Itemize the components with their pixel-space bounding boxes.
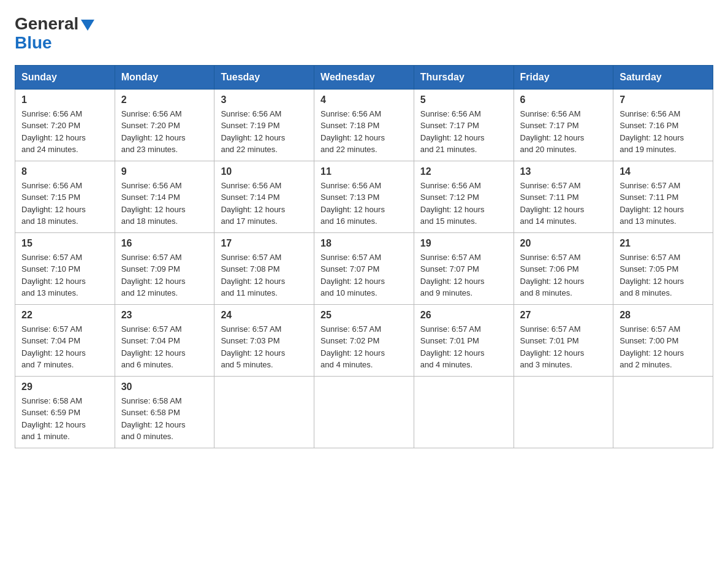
empty-cell (613, 376, 713, 448)
day-number: 25 (320, 310, 408, 321)
day-info: Sunrise: 6:56 AMSunset: 7:16 PMDaylight:… (620, 109, 684, 155)
calendar-day-24: 24 Sunrise: 6:57 AMSunset: 7:03 PMDaylig… (214, 304, 314, 376)
calendar-day-1: 1 Sunrise: 6:56 AMSunset: 7:20 PMDayligh… (15, 89, 115, 161)
day-info: Sunrise: 6:56 AMSunset: 7:20 PMDaylight:… (21, 109, 86, 155)
calendar-week-5: 29 Sunrise: 6:58 AMSunset: 6:59 PMDaylig… (15, 376, 713, 448)
day-number: 20 (520, 238, 607, 249)
day-info: Sunrise: 6:57 AMSunset: 7:07 PMDaylight:… (420, 253, 485, 298)
calendar-day-12: 12 Sunrise: 6:56 AMSunset: 7:12 PMDaylig… (414, 161, 514, 232)
day-info: Sunrise: 6:56 AMSunset: 7:12 PMDaylight:… (420, 181, 485, 226)
day-info: Sunrise: 6:57 AMSunset: 7:10 PMDaylight:… (21, 253, 86, 298)
calendar-week-4: 22 Sunrise: 6:57 AMSunset: 7:04 PMDaylig… (15, 304, 713, 376)
calendar-week-2: 8 Sunrise: 6:56 AMSunset: 7:15 PMDayligh… (15, 161, 713, 232)
day-number: 29 (21, 381, 108, 393)
day-info: Sunrise: 6:56 AMSunset: 7:20 PMDaylight:… (121, 109, 186, 155)
calendar-day-26: 26 Sunrise: 6:57 AMSunset: 7:01 PMDaylig… (414, 304, 514, 376)
calendar-day-29: 29 Sunrise: 6:58 AMSunset: 6:59 PMDaylig… (15, 376, 115, 448)
day-number: 5 (420, 94, 507, 105)
day-number: 28 (620, 310, 707, 321)
weekday-header-monday: Monday (115, 65, 214, 89)
day-number: 1 (21, 94, 108, 105)
day-info: Sunrise: 6:57 AMSunset: 7:01 PMDaylight:… (420, 324, 485, 370)
weekday-header-tuesday: Tuesday (214, 65, 314, 89)
calendar-day-11: 11 Sunrise: 6:56 AMSunset: 7:13 PMDaylig… (314, 161, 414, 232)
weekday-header-sunday: Sunday (15, 65, 115, 89)
calendar-day-10: 10 Sunrise: 6:56 AMSunset: 7:14 PMDaylig… (214, 161, 314, 232)
empty-cell (514, 376, 613, 448)
calendar-week-3: 15 Sunrise: 6:57 AMSunset: 7:10 PMDaylig… (15, 232, 713, 304)
calendar-day-14: 14 Sunrise: 6:57 AMSunset: 7:11 PMDaylig… (613, 161, 713, 232)
calendar-day-20: 20 Sunrise: 6:57 AMSunset: 7:06 PMDaylig… (514, 232, 613, 304)
calendar-day-27: 27 Sunrise: 6:57 AMSunset: 7:01 PMDaylig… (514, 304, 613, 376)
day-number: 10 (221, 166, 308, 177)
day-number: 6 (520, 94, 607, 105)
day-info: Sunrise: 6:57 AMSunset: 7:00 PMDaylight:… (620, 324, 684, 370)
calendar-day-25: 25 Sunrise: 6:57 AMSunset: 7:02 PMDaylig… (314, 304, 414, 376)
day-info: Sunrise: 6:58 AMSunset: 6:58 PMDaylight:… (121, 396, 186, 442)
day-info: Sunrise: 6:56 AMSunset: 7:13 PMDaylight:… (320, 181, 385, 226)
day-number: 9 (121, 166, 208, 177)
calendar-table: SundayMondayTuesdayWednesdayThursdayFrid… (15, 65, 713, 448)
day-number: 30 (121, 381, 208, 393)
day-info: Sunrise: 6:57 AMSunset: 7:04 PMDaylight:… (21, 324, 86, 370)
day-number: 3 (221, 94, 308, 105)
day-number: 2 (121, 94, 208, 105)
calendar-day-28: 28 Sunrise: 6:57 AMSunset: 7:00 PMDaylig… (613, 304, 713, 376)
day-info: Sunrise: 6:56 AMSunset: 7:17 PMDaylight:… (520, 109, 585, 155)
day-info: Sunrise: 6:56 AMSunset: 7:14 PMDaylight:… (221, 181, 285, 226)
day-info: Sunrise: 6:57 AMSunset: 7:07 PMDaylight:… (320, 253, 385, 298)
day-number: 27 (520, 310, 607, 321)
calendar-day-15: 15 Sunrise: 6:57 AMSunset: 7:10 PMDaylig… (15, 232, 115, 304)
day-info: Sunrise: 6:57 AMSunset: 7:06 PMDaylight:… (520, 253, 585, 298)
day-number: 15 (21, 238, 108, 249)
day-number: 17 (221, 238, 308, 249)
day-info: Sunrise: 6:56 AMSunset: 7:18 PMDaylight:… (320, 109, 385, 155)
day-number: 12 (420, 166, 507, 177)
day-number: 22 (21, 310, 108, 321)
day-number: 19 (420, 238, 507, 249)
calendar-day-3: 3 Sunrise: 6:56 AMSunset: 7:19 PMDayligh… (214, 89, 314, 161)
calendar-day-6: 6 Sunrise: 6:56 AMSunset: 7:17 PMDayligh… (514, 89, 613, 161)
day-info: Sunrise: 6:57 AMSunset: 7:03 PMDaylight:… (221, 324, 285, 370)
calendar-day-4: 4 Sunrise: 6:56 AMSunset: 7:18 PMDayligh… (314, 89, 414, 161)
weekday-header-friday: Friday (514, 65, 613, 89)
calendar-day-5: 5 Sunrise: 6:56 AMSunset: 7:17 PMDayligh… (414, 89, 514, 161)
day-number: 14 (620, 166, 707, 177)
day-number: 21 (620, 238, 707, 249)
day-number: 13 (520, 166, 607, 177)
empty-cell (214, 376, 314, 448)
calendar-day-19: 19 Sunrise: 6:57 AMSunset: 7:07 PMDaylig… (414, 232, 514, 304)
day-number: 4 (320, 94, 408, 105)
calendar-day-17: 17 Sunrise: 6:57 AMSunset: 7:08 PMDaylig… (214, 232, 314, 304)
day-info: Sunrise: 6:56 AMSunset: 7:19 PMDaylight:… (221, 109, 285, 155)
day-info: Sunrise: 6:56 AMSunset: 7:14 PMDaylight:… (121, 181, 186, 226)
day-info: Sunrise: 6:56 AMSunset: 7:15 PMDaylight:… (21, 181, 86, 226)
empty-cell (314, 376, 414, 448)
day-number: 26 (420, 310, 507, 321)
day-info: Sunrise: 6:57 AMSunset: 7:09 PMDaylight:… (121, 253, 186, 298)
calendar-day-16: 16 Sunrise: 6:57 AMSunset: 7:09 PMDaylig… (115, 232, 214, 304)
weekday-header-row: SundayMondayTuesdayWednesdayThursdayFrid… (15, 65, 713, 89)
logo-text-general: General (15, 15, 78, 34)
calendar-day-13: 13 Sunrise: 6:57 AMSunset: 7:11 PMDaylig… (514, 161, 613, 232)
day-info: Sunrise: 6:57 AMSunset: 7:04 PMDaylight:… (121, 324, 186, 370)
calendar-day-21: 21 Sunrise: 6:57 AMSunset: 7:05 PMDaylig… (613, 232, 713, 304)
day-info: Sunrise: 6:57 AMSunset: 7:05 PMDaylight:… (620, 253, 684, 298)
day-number: 24 (221, 310, 308, 321)
weekday-header-thursday: Thursday (414, 65, 514, 89)
day-info: Sunrise: 6:57 AMSunset: 7:11 PMDaylight:… (620, 181, 684, 226)
calendar-day-23: 23 Sunrise: 6:57 AMSunset: 7:04 PMDaylig… (115, 304, 214, 376)
day-info: Sunrise: 6:57 AMSunset: 7:02 PMDaylight:… (320, 324, 385, 370)
day-number: 23 (121, 310, 208, 321)
calendar-week-1: 1 Sunrise: 6:56 AMSunset: 7:20 PMDayligh… (15, 89, 713, 161)
day-number: 18 (320, 238, 408, 249)
day-number: 7 (620, 94, 707, 105)
day-number: 8 (21, 166, 108, 177)
day-info: Sunrise: 6:57 AMSunset: 7:11 PMDaylight:… (520, 181, 585, 226)
calendar-day-7: 7 Sunrise: 6:56 AMSunset: 7:16 PMDayligh… (613, 89, 713, 161)
calendar-day-22: 22 Sunrise: 6:57 AMSunset: 7:04 PMDaylig… (15, 304, 115, 376)
empty-cell (414, 376, 514, 448)
calendar-day-9: 9 Sunrise: 6:56 AMSunset: 7:14 PMDayligh… (115, 161, 214, 232)
calendar-day-8: 8 Sunrise: 6:56 AMSunset: 7:15 PMDayligh… (15, 161, 115, 232)
day-number: 11 (320, 166, 408, 177)
